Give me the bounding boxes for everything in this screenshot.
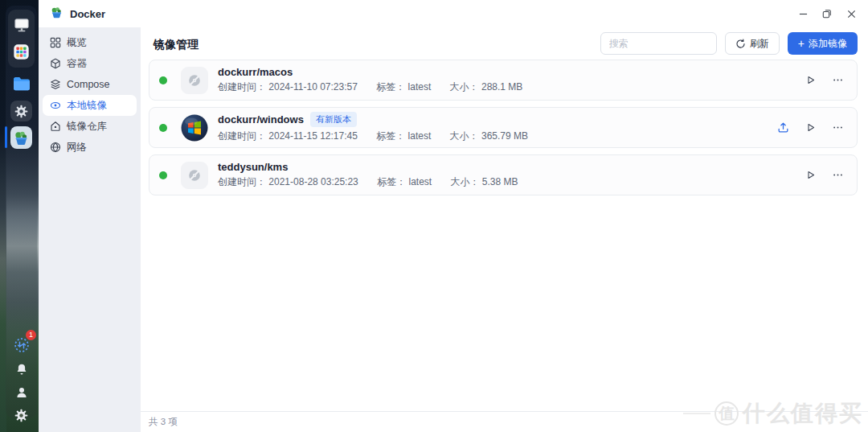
more-actions-button[interactable] [826,69,849,92]
sidebar-item-compose[interactable]: Compose [43,74,137,95]
image-info: dockurr/macos 创建时间： 2024-11-10 07:23:57 … [218,66,772,94]
image-list: dockurr/macos 创建时间： 2024-11-10 07:23:57 … [141,60,868,202]
image-row[interactable]: teddysun/kms 创建时间： 2021-08-28 03:25:23 标… [149,154,858,195]
more-actions-button[interactable] [826,164,849,187]
image-management-panel: 镜像管理 刷新 + 添加镜像 [141,27,868,432]
image-info: dockurr/windows 有新版本 创建时间： 2024-11-15 12… [218,112,772,143]
transfer-badge: 1 [26,330,36,340]
created-time: 2021-08-28 03:25:23 [268,176,358,187]
page-title: 镜像管理 [154,38,199,52]
sidebar-item-label: Compose [67,79,110,90]
image-name: teddysun/kms [218,161,288,173]
transfer-icon[interactable]: 1 [8,333,35,357]
sidebar-item-local-images[interactable]: 本地镜像 [43,95,137,116]
docker-app-icon [50,6,63,23]
sidebar: 概览 容器 Compo [39,27,141,432]
user-icon[interactable] [8,381,35,405]
refresh-icon [735,39,746,49]
add-image-button[interactable]: + 添加镜像 [788,32,858,55]
sidebar-item-containers[interactable]: 容器 [43,53,137,74]
image-row[interactable]: dockurr/macos 创建时间： 2024-11-10 07:23:57 … [149,60,858,101]
titlebar: Docker [39,0,868,27]
grid-icon [50,37,61,48]
files-icon[interactable] [8,72,35,96]
image-tag: latest [408,81,432,93]
docker-dock-icon[interactable] [8,125,35,150]
sidebar-item-network[interactable]: 网络 [43,137,137,158]
status-dot [159,76,167,84]
window-controls [791,0,863,27]
disc-icon [50,100,61,111]
windows-logo-icon [181,114,208,142]
refresh-button[interactable]: 刷新 [725,32,780,55]
update-image-button[interactable] [772,117,794,139]
layers-icon [50,79,61,90]
monitor-icon[interactable] [8,14,35,38]
image-name: dockurr/windows [218,113,304,125]
window-title: Docker [70,8,105,20]
image-size: 365.79 MB [481,130,528,142]
status-dot [159,171,167,179]
image-placeholder-icon [181,162,208,189]
image-size: 288.1 MB [481,81,522,93]
total-count: 共 3 项 [149,416,178,428]
run-image-button[interactable] [799,69,821,92]
row-actions [772,164,849,187]
image-info: teddysun/kms 创建时间： 2021-08-28 03:25:23 标… [218,161,772,189]
plus-icon: + [798,38,805,49]
row-actions [772,117,849,139]
add-image-label: 添加镜像 [809,37,847,51]
sidebar-item-label: 镜像仓库 [67,120,107,134]
desktop-dock: 1 [0,0,39,432]
search-input[interactable] [600,32,717,55]
minimize-button[interactable] [791,3,815,24]
run-image-button[interactable] [799,164,821,187]
row-actions [772,69,849,92]
status-dot [159,124,167,132]
globe-icon [50,142,61,153]
sidebar-item-registry[interactable]: 镜像仓库 [43,116,137,137]
image-row[interactable]: dockurr/windows 有新版本 创建时间： 2024-11-15 12… [149,107,858,148]
image-tag: latest [408,176,432,187]
sidebar-item-label: 容器 [67,57,87,71]
container-icon [50,58,61,69]
run-image-button[interactable] [799,117,821,139]
sidebar-item-label: 概览 [67,36,87,50]
image-size: 5.38 MB [482,176,518,187]
list-footer: 共 3 项 [141,411,868,432]
notifications-icon[interactable] [8,357,35,381]
docker-app-window: Docker [39,0,868,432]
repo-icon [50,121,61,132]
created-time: 2024-11-10 07:23:57 [268,81,358,93]
refresh-label: 刷新 [750,37,769,51]
sidebar-item-label: 本地镜像 [67,99,107,113]
maximize-button[interactable] [815,3,839,24]
created-time: 2024-11-15 12:17:45 [268,130,358,142]
image-tag: latest [408,130,432,142]
toolbar: 刷新 + 添加镜像 [600,32,858,55]
app-center-icon[interactable] [8,39,35,64]
sidebar-item-overview[interactable]: 概览 [43,32,137,53]
more-actions-button[interactable] [826,117,849,139]
settings-icon[interactable] [8,99,35,123]
image-placeholder-icon [181,67,208,94]
sidebar-item-label: 网络 [67,141,87,154]
image-name: dockurr/macos [218,66,293,78]
new-version-badge: 有新版本 [310,112,357,127]
system-settings-icon[interactable] [8,403,35,427]
close-button[interactable] [839,3,863,24]
